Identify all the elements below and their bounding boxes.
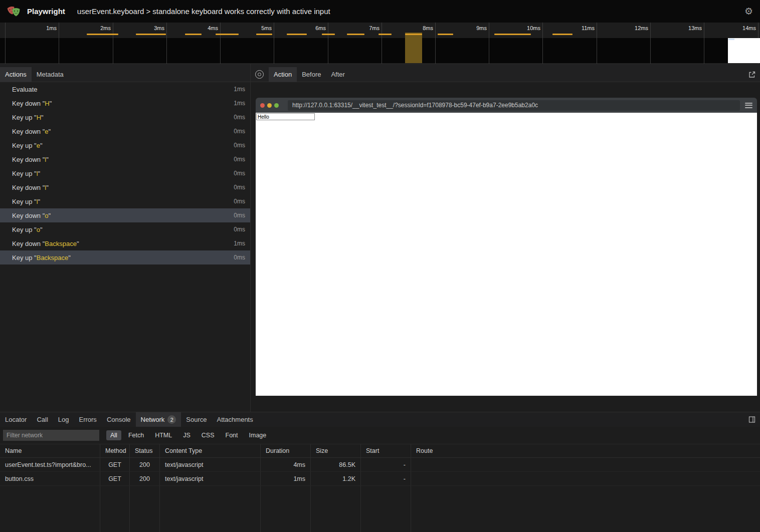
app-title: Playwright: [27, 7, 65, 16]
timeline-gridline: [274, 23, 274, 64]
action-list: Evaluate1msKey down "H"1msKey up "H"0msK…: [0, 82, 250, 412]
tab-metadata[interactable]: Metadata: [32, 67, 69, 82]
actions-tabstrip: ActionsMetadata: [0, 64, 250, 82]
action-key: Backspace: [37, 254, 69, 261]
pick-locator-icon-inner: [258, 73, 261, 76]
page-text-input[interactable]: [256, 113, 315, 120]
action-row[interactable]: Key down "o"0ms: [0, 208, 250, 222]
action-row[interactable]: Key up "o"0ms: [0, 222, 250, 236]
tab-source[interactable]: Source: [181, 412, 212, 427]
action-title: Key up: [12, 170, 34, 177]
action-row[interactable]: Key up "e"0ms: [0, 138, 250, 152]
timeline-tick-label: 12ms: [619, 25, 648, 31]
action-title: Key down: [12, 212, 43, 219]
action-title: Key up: [12, 254, 34, 261]
network-table: NameMethodStatusContent TypeDurationSize…: [0, 444, 760, 532]
network-cell: GET: [100, 472, 130, 485]
timeline-action-marker: [136, 34, 166, 35]
action-row[interactable]: Key up "l"0ms: [0, 194, 250, 208]
timeline[interactable]: 1ms2ms3ms4ms5ms6ms7ms8ms9ms10ms11ms12ms1…: [0, 23, 760, 64]
action-key-quote: ": [38, 170, 41, 177]
tab-log[interactable]: Log: [53, 412, 74, 427]
action-row[interactable]: Key up "H"0ms: [0, 110, 250, 124]
filter-chip-js[interactable]: JS: [179, 430, 195, 440]
timeline-action-marker: [494, 34, 531, 35]
action-duration: 1ms: [234, 86, 245, 93]
timeline-gridline: [166, 23, 167, 64]
tab-call[interactable]: Call: [32, 412, 53, 427]
action-row[interactable]: Key down "l"0ms: [0, 152, 250, 166]
action-key-quote: ": [40, 226, 43, 233]
action-title: Key up: [12, 142, 34, 149]
tab-label: Errors: [79, 416, 96, 423]
network-cell: [0, 486, 100, 532]
network-column-header[interactable]: Start: [361, 444, 411, 457]
tab-locator[interactable]: Locator: [0, 412, 32, 427]
timeline-tick-label: 14ms: [727, 25, 756, 31]
timeline-tick-label: 10ms: [511, 25, 540, 31]
settings-gear-icon[interactable]: ⚙: [744, 7, 753, 16]
tab-label: Metadata: [37, 71, 64, 78]
tab-after[interactable]: After: [326, 67, 349, 82]
action-row[interactable]: Key down "Backspace"1ms: [0, 236, 250, 250]
filter-chip-html[interactable]: HTML: [151, 430, 176, 440]
network-cell: [411, 486, 760, 532]
timeline-gridline: [59, 23, 59, 64]
tab-before[interactable]: Before: [297, 67, 326, 82]
action-row[interactable]: Key down "l"0ms: [0, 180, 250, 194]
open-snapshot-external-icon[interactable]: [748, 71, 756, 79]
filter-chip-all[interactable]: All: [106, 430, 121, 440]
network-column-header[interactable]: Route: [411, 444, 760, 457]
network-column-header[interactable]: Status: [130, 444, 160, 457]
timeline-action-marker: [287, 34, 307, 35]
tab-attachments[interactable]: Attachments: [212, 412, 258, 427]
network-request-row[interactable]: button.cssGET200text/javascript1ms1.2K-: [0, 472, 760, 486]
snapshot-page: [256, 113, 757, 396]
network-cell: [100, 486, 130, 532]
pick-locator-icon[interactable]: [255, 70, 264, 79]
filter-chip-font[interactable]: Font: [222, 430, 242, 440]
action-row[interactable]: Key up "Backspace"0ms: [0, 250, 250, 264]
action-row[interactable]: Evaluate1ms: [0, 82, 250, 96]
toggle-layout-columns-icon[interactable]: [748, 416, 756, 423]
tab-action[interactable]: Action: [269, 67, 297, 82]
tab-actions[interactable]: Actions: [0, 67, 32, 82]
action-row[interactable]: Key down "e"0ms: [0, 124, 250, 138]
film-strip[interactable]: [0, 38, 760, 63]
timeline-gridline: [435, 23, 436, 64]
network-filter-input[interactable]: [3, 430, 99, 441]
tab-errors[interactable]: Errors: [74, 412, 101, 427]
actions-panel: ActionsMetadata Evaluate1msKey down "H"1…: [0, 64, 251, 412]
network-cell: [311, 486, 361, 532]
filter-chip-css[interactable]: CSS: [198, 430, 219, 440]
action-row[interactable]: Key down "H"1ms: [0, 96, 250, 110]
timeline-tick-label: 13ms: [673, 25, 702, 31]
network-cell: [411, 458, 760, 471]
timeline-action-marker: [185, 34, 202, 35]
app-header: Playwright userEvent.keyboard > standalo…: [0, 0, 760, 23]
action-key-quote: ": [46, 156, 49, 163]
address-bar: http://127.0.0.1:63315/__vitest_test__/?…: [288, 100, 740, 111]
network-column-header[interactable]: Size: [311, 444, 361, 457]
timeline-gridline: [220, 23, 221, 64]
timeline-action-marker: [347, 34, 364, 35]
traffic-light-yellow: [267, 103, 272, 108]
filter-chip-fetch[interactable]: Fetch: [124, 430, 148, 440]
network-request-row[interactable]: userEvent.test.ts?import&bro...GET200tex…: [0, 458, 760, 472]
film-strip-screenshot[interactable]: [728, 38, 760, 63]
network-column-header[interactable]: Name: [0, 444, 100, 457]
action-duration: 0ms: [234, 184, 245, 191]
action-title: Key up: [12, 198, 34, 205]
network-cell: [130, 486, 160, 532]
tab-console[interactable]: Console: [102, 412, 136, 427]
tab-network[interactable]: Network2: [136, 412, 181, 427]
network-cell: text/javascript: [160, 472, 261, 485]
network-column-header[interactable]: Duration: [261, 444, 311, 457]
action-key: o: [45, 212, 48, 219]
filter-chip-image[interactable]: Image: [245, 430, 271, 440]
network-column-header[interactable]: Method: [100, 444, 130, 457]
action-row[interactable]: Key up "l"0ms: [0, 166, 250, 180]
action-title: Key down: [12, 100, 43, 107]
network-column-header[interactable]: Content Type: [160, 444, 261, 457]
traffic-light-green: [274, 103, 279, 108]
